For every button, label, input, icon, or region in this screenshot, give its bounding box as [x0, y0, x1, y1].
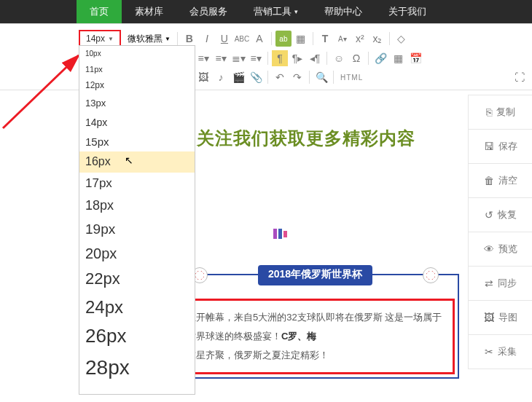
side-action-导图[interactable]: 🖼导图	[468, 300, 532, 335]
clear-format-button[interactable]: ◇	[394, 31, 410, 47]
nav-home[interactable]: 首页	[77, 0, 122, 23]
strikethrough-button[interactable]: ABC	[234, 31, 250, 47]
audio-button[interactable]: ♪	[213, 69, 229, 85]
chevron-down-icon: ▾	[294, 8, 298, 15]
calendar-button[interactable]: 📅	[407, 50, 423, 66]
search-button[interactable]: 🔍	[313, 69, 329, 85]
action-icon: 🗑	[484, 175, 494, 186]
superscript-button[interactable]: x²	[352, 31, 368, 47]
action-label: 导图	[498, 311, 517, 324]
italic-button[interactable]: I	[199, 31, 215, 47]
action-label: 预览	[498, 243, 517, 256]
font-style-button[interactable]: A▾	[335, 31, 351, 47]
font-color-button[interactable]: A	[251, 31, 267, 47]
image-button[interactable]: 🖼	[195, 69, 211, 85]
text-format-button[interactable]: T	[317, 31, 333, 47]
action-label: 恢复	[498, 208, 517, 221]
font-size-option[interactable]: 17px	[79, 173, 195, 194]
nav-help[interactable]: 帮助中心	[311, 0, 375, 23]
nav-marketing[interactable]: 营销工具▾	[240, 0, 311, 23]
cursor-icon: ↖	[125, 154, 133, 167]
bold-button[interactable]: B	[181, 31, 197, 47]
action-label: 清空	[498, 174, 517, 187]
side-action-预览[interactable]: 👁预览	[468, 232, 532, 267]
ordered-list-button[interactable]: ≡▾	[213, 50, 229, 66]
action-icon: 👁	[484, 243, 494, 255]
font-size-option[interactable]: 24px	[79, 293, 195, 321]
unordered-list-button[interactable]: ≣▾	[230, 50, 246, 66]
action-icon: ✂	[485, 346, 493, 358]
attachment-button[interactable]: 📎	[248, 69, 264, 85]
font-size-option[interactable]: 16px↖	[79, 151, 195, 173]
font-size-option[interactable]: 28px	[79, 352, 195, 384]
article-block: 2018年俄罗斯世界杯 拉开帷幕，来自5大洲的32支球队即将在俄罗斯 这是一场属…	[171, 274, 459, 379]
video-button[interactable]: 🎬	[230, 69, 246, 85]
side-action-清空[interactable]: 🗑清空	[468, 163, 532, 198]
font-size-option[interactable]: 13px	[79, 95, 195, 113]
nav-materials[interactable]: 素材库	[122, 0, 176, 23]
nav-about[interactable]: 关于我们	[375, 0, 439, 23]
action-icon: 🖫	[484, 141, 494, 152]
subscript-button[interactable]: x₂	[369, 31, 386, 47]
action-label: 保存	[498, 140, 517, 153]
html-source-button[interactable]: HTML	[337, 69, 366, 85]
side-actions: ⎘复制🖫保存🗑清空↺恢复👁预览⇄同步🖼导图✂采集	[468, 95, 532, 368]
chevron-down-icon: ▼	[108, 36, 114, 42]
font-size-option[interactable]: 18px	[79, 194, 195, 217]
font-size-option[interactable]: 19px	[79, 218, 195, 242]
action-label: 复制	[496, 106, 515, 119]
side-action-保存[interactable]: 🖫保存	[468, 129, 532, 164]
symbol-button[interactable]: Ω	[348, 50, 364, 66]
action-label: 同步	[498, 277, 517, 290]
table-button[interactable]: ▦	[390, 50, 406, 66]
action-icon: ⎘	[486, 106, 492, 118]
font-size-option[interactable]: 12px	[79, 77, 195, 95]
underline-button[interactable]: U	[216, 31, 232, 47]
font-size-option[interactable]: 20px	[79, 241, 195, 266]
line-height-button[interactable]: ≡▾	[248, 50, 264, 66]
link-button[interactable]: 🔗	[372, 50, 388, 66]
side-action-同步[interactable]: ⇄同步	[468, 266, 532, 301]
action-icon: ↺	[485, 209, 493, 221]
soccer-ball-icon	[423, 267, 439, 283]
font-size-option[interactable]: 10px	[79, 46, 195, 61]
action-icon: 🖼	[484, 312, 494, 323]
font-size-option[interactable]: 22px	[79, 266, 195, 293]
action-icon: ⇄	[485, 277, 493, 289]
side-action-复制[interactable]: ⎘复制	[468, 95, 532, 130]
bg-color-button[interactable]: ▦	[293, 31, 309, 47]
side-action-采集[interactable]: ✂采集	[468, 334, 532, 369]
font-size-dropdown: 10px11px12px13px14px15px16px↖17px18px19p…	[79, 45, 195, 395]
article-title: 2018年俄罗斯世界杯	[258, 265, 372, 285]
emoji-button[interactable]: ☺	[331, 50, 347, 66]
chevron-down-icon: ▼	[165, 36, 171, 42]
highlight-button[interactable]: ab	[275, 31, 292, 47]
fullscreen-button[interactable]: ⛶	[512, 69, 528, 85]
nav-membership[interactable]: 会员服务	[176, 0, 240, 23]
font-size-option[interactable]: 15px	[79, 132, 195, 152]
action-label: 采集	[498, 345, 517, 358]
ltr-button[interactable]: ¶▸	[289, 50, 305, 66]
font-size-option[interactable]: 26px	[79, 321, 195, 352]
paragraph-button[interactable]: ¶	[272, 50, 288, 66]
align-button[interactable]: ≡▾	[195, 50, 211, 66]
undo-button[interactable]: ↶	[272, 69, 288, 85]
redo-button[interactable]: ↷	[289, 69, 305, 85]
font-size-option[interactable]: 14px	[79, 113, 195, 132]
article-body: 拉开帷幕，来自5大洲的32支球队即将在俄罗斯 这是一场属于世界球迷的终极盛宴！C…	[187, 308, 444, 365]
font-size-option[interactable]: 30px	[79, 384, 195, 395]
rtl-button[interactable]: ◂¶	[307, 50, 323, 66]
font-size-option[interactable]: 11px	[79, 61, 195, 77]
side-action-恢复[interactable]: ↺恢复	[468, 197, 532, 232]
top-nav: 首页 素材库 会员服务 营销工具▾ 帮助中心 关于我们	[0, 0, 532, 23]
